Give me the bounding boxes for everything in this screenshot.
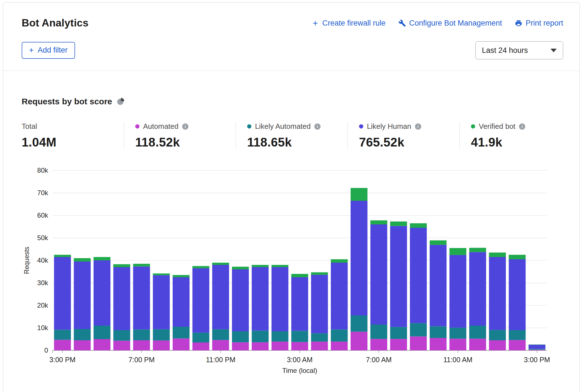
bar-segment[interactable]: [192, 268, 209, 333]
bar-segment[interactable]: [94, 339, 110, 350]
bar-segment[interactable]: [469, 248, 486, 252]
chart-bar[interactable]: [94, 257, 110, 350]
bar-segment[interactable]: [291, 277, 308, 331]
bar-segment[interactable]: [192, 333, 209, 343]
bar-segment[interactable]: [430, 326, 446, 338]
chart-bar[interactable]: [113, 264, 130, 350]
chart-bar[interactable]: [370, 220, 387, 350]
bar-segment[interactable]: [430, 338, 446, 350]
bar-segment[interactable]: [173, 277, 190, 327]
bar-segment[interactable]: [232, 267, 249, 269]
bar-segment[interactable]: [390, 222, 407, 226]
bar-segment[interactable]: [74, 258, 91, 262]
info-icon[interactable]: i: [519, 123, 525, 130]
bar-segment[interactable]: [94, 326, 110, 339]
chart-bar[interactable]: [232, 267, 249, 350]
bar-segment[interactable]: [489, 340, 506, 350]
chart-bar[interactable]: [54, 255, 71, 350]
bar-segment[interactable]: [450, 255, 466, 328]
bar-segment[interactable]: [54, 340, 71, 350]
bar-segment[interactable]: [212, 263, 229, 265]
bar-segment[interactable]: [331, 330, 348, 342]
bar-segment[interactable]: [430, 240, 446, 245]
bar-segment[interactable]: [509, 330, 526, 340]
bar-segment[interactable]: [469, 339, 486, 350]
bar-segment[interactable]: [192, 343, 209, 350]
bar-segment[interactable]: [390, 226, 407, 327]
bar-segment[interactable]: [450, 248, 466, 255]
bar-segment[interactable]: [232, 269, 249, 331]
chart-bar[interactable]: [311, 272, 328, 350]
bar-segment[interactable]: [410, 323, 427, 336]
bar-segment[interactable]: [509, 340, 526, 350]
bar-segment[interactable]: [272, 342, 288, 350]
bar-segment[interactable]: [74, 340, 91, 350]
info-icon[interactable]: i: [415, 123, 421, 130]
bar-segment[interactable]: [153, 273, 170, 275]
chart-bar[interactable]: [529, 344, 545, 350]
bar-segment[interactable]: [252, 331, 269, 343]
bar-segment[interactable]: [153, 341, 170, 350]
chart-bar[interactable]: [74, 258, 91, 350]
bar-segment[interactable]: [489, 330, 506, 340]
bar-segment[interactable]: [94, 260, 110, 326]
bar-segment[interactable]: [390, 339, 407, 350]
bar-segment[interactable]: [74, 262, 91, 329]
bar-segment[interactable]: [311, 342, 328, 350]
chart-bar[interactable]: [509, 255, 526, 350]
bar-segment[interactable]: [133, 264, 150, 267]
chart-bar[interactable]: [272, 265, 288, 350]
bar-segment[interactable]: [133, 267, 150, 330]
bar-segment[interactable]: [113, 330, 130, 341]
chart-bar[interactable]: [390, 222, 407, 350]
bar-segment[interactable]: [410, 336, 427, 350]
bar-segment[interactable]: [311, 272, 328, 275]
bar-segment[interactable]: [469, 326, 486, 339]
bar-segment[interactable]: [94, 257, 110, 260]
chart-bar[interactable]: [153, 273, 170, 350]
print-report-link[interactable]: Print report: [515, 19, 563, 28]
bar-segment[interactable]: [272, 331, 288, 342]
chart-bar[interactable]: [351, 188, 367, 350]
bar-segment[interactable]: [509, 259, 526, 330]
bar-segment[interactable]: [351, 188, 367, 201]
bar-segment[interactable]: [370, 325, 387, 339]
chart-bar[interactable]: [291, 274, 308, 350]
bar-segment[interactable]: [529, 350, 545, 350]
bar-segment[interactable]: [509, 255, 526, 259]
bar-segment[interactable]: [272, 265, 288, 267]
bar-segment[interactable]: [232, 342, 249, 350]
bar-segment[interactable]: [291, 331, 308, 342]
bar-segment[interactable]: [450, 328, 466, 339]
bar-segment[interactable]: [351, 201, 367, 316]
bar-segment[interactable]: [153, 329, 170, 341]
bar-segment[interactable]: [331, 259, 348, 263]
chart-bar[interactable]: [133, 264, 150, 350]
bar-segment[interactable]: [331, 263, 348, 330]
bar-segment[interactable]: [370, 224, 387, 325]
bar-segment[interactable]: [331, 342, 348, 350]
bar-segment[interactable]: [351, 316, 367, 332]
bar-segment[interactable]: [450, 339, 466, 350]
bar-segment[interactable]: [133, 340, 150, 350]
bar-segment[interactable]: [113, 267, 130, 330]
bar-segment[interactable]: [54, 255, 71, 257]
chart-bar[interactable]: [252, 265, 269, 350]
bar-segment[interactable]: [430, 245, 446, 326]
chart-bar[interactable]: [489, 253, 506, 350]
chart-bar[interactable]: [430, 240, 446, 350]
bar-segment[interactable]: [529, 349, 545, 350]
bar-segment[interactable]: [54, 330, 71, 340]
chart-bar[interactable]: [173, 275, 190, 350]
create-firewall-rule-link[interactable]: Create firewall rule: [312, 19, 385, 28]
bar-segment[interactable]: [113, 341, 130, 350]
bar-segment[interactable]: [252, 342, 269, 350]
bar-segment[interactable]: [311, 275, 328, 333]
bar-segment[interactable]: [252, 265, 269, 267]
chart-bar[interactable]: [450, 248, 466, 350]
bar-segment[interactable]: [113, 264, 130, 267]
info-icon[interactable]: i: [314, 123, 321, 130]
bar-segment[interactable]: [529, 345, 545, 349]
bar-segment[interactable]: [370, 220, 387, 224]
bar-segment[interactable]: [173, 275, 190, 277]
